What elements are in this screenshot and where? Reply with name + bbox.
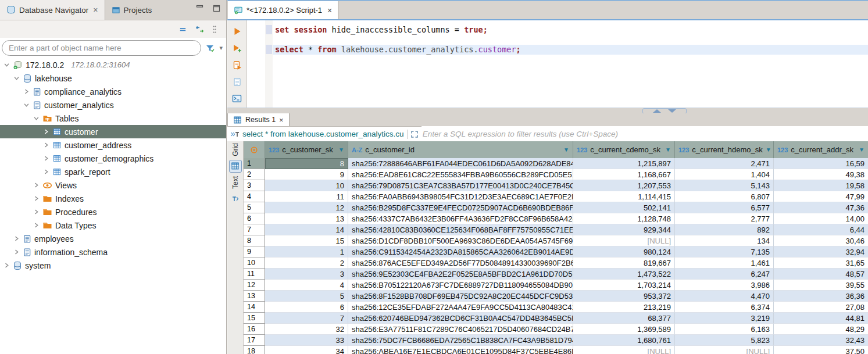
cell-c-current-addr-sk[interactable]: 32,43 [774, 335, 868, 346]
cell-c-current-addr-sk[interactable]: 47,36 [774, 202, 868, 213]
cell-c-current-addr-sk[interactable]: 44,81 [774, 313, 868, 324]
cell-c-current-hdemo-sk[interactable]: 7,135 [675, 246, 774, 258]
filter-expression-input[interactable] [422, 126, 868, 142]
cell-c-current-cdemo-sk[interactable]: 1,369,589 [573, 324, 675, 335]
cell-c-current-cdemo-sk[interactable]: 1,680,761 [573, 335, 675, 346]
tree-item-views[interactable]: Views [0, 178, 226, 192]
row-number[interactable]: 18 [244, 346, 265, 354]
cell-c-current-addr-sk[interactable]: 36,36 [774, 291, 868, 302]
execute-button[interactable] [233, 27, 242, 36]
cell-c-current-cdemo-sk[interactable]: 1,473,522 [573, 269, 675, 280]
chevron-right-icon[interactable] [33, 196, 40, 201]
row-number[interactable]: 1 [244, 158, 265, 169]
chevron-right-icon[interactable] [13, 249, 20, 255]
cell-c-customer-id[interactable]: sha256:42810C83B0360CE125634F068BAF8FF75… [348, 224, 573, 235]
column-header-c-customer-id[interactable]: A-Zc_customer_id▼ [348, 141, 573, 158]
explain-plan-button[interactable] [233, 77, 242, 87]
cell-c-current-cdemo-sk[interactable]: 68,377 [573, 313, 675, 324]
cell-c-customer-id[interactable]: sha256:620746BED947362BCD6CF31B0A4C547DD… [348, 313, 573, 324]
chevron-right-icon[interactable] [43, 142, 49, 148]
cell-c-customer-id[interactable]: sha256:72888646ABF61FA044EDEC061D6DA5A09… [348, 158, 573, 169]
cell-c-customer-id[interactable]: sha256:EAD8E61C8C22E555834FBBA9B60556CB2… [348, 169, 573, 180]
cell-c-current-hdemo-sk[interactable]: 4,470 [675, 291, 774, 302]
cell-c-current-addr-sk[interactable]: 32,94 [774, 246, 868, 258]
row-number[interactable]: 17 [244, 335, 265, 346]
row-number[interactable]: 6 [244, 213, 265, 224]
column-header-c-current-addr-sk[interactable]: 123c_current_addr_sk▼ [774, 141, 868, 158]
execute-new-tab-button[interactable] [232, 44, 242, 53]
cell-c-customer-sk[interactable]: 7 [265, 313, 348, 324]
filter-funnel-icon[interactable] [205, 44, 215, 53]
tree-item-tables[interactable]: Tables [0, 112, 226, 125]
cell-c-customer-sk[interactable]: 11 [265, 191, 348, 202]
row-number[interactable]: 12 [244, 280, 265, 291]
cell-c-customer-sk[interactable]: 13 [265, 213, 348, 224]
tree-item-lakehouse[interactable]: lakehouse [0, 71, 226, 85]
cell-c-current-hdemo-sk[interactable]: 1,404 [675, 169, 774, 180]
cell-c-current-addr-sk[interactable]: 14,00 [774, 213, 868, 224]
presentation-grid-label[interactable]: Grid [231, 143, 240, 156]
close-icon[interactable]: × [279, 116, 284, 124]
tab-results-1[interactable]: Results 1 × [227, 113, 290, 126]
cell-c-customer-id[interactable]: sha256:79D08751C3EA7C83BA57D177E00413D0C… [348, 180, 573, 191]
cell-c-current-addr-sk[interactable]: 31,65 [774, 258, 868, 269]
cell-c-customer-sk[interactable]: 8 [265, 158, 348, 169]
chevron-right-icon[interactable] [33, 183, 40, 188]
cell-c-current-cdemo-sk[interactable]: 1,703,214 [573, 280, 675, 291]
cell-c-customer-sk[interactable]: 4 [265, 280, 348, 291]
cell-c-customer-sk[interactable]: 15 [265, 235, 348, 246]
chevron-right-icon[interactable] [43, 129, 49, 134]
expand-filter-icon[interactable] [410, 130, 419, 138]
cell-c-current-hdemo-sk[interactable]: 5,823 [675, 335, 774, 346]
grid-corner-cell[interactable] [244, 141, 265, 158]
row-number[interactable]: 14 [244, 302, 265, 313]
cell-c-current-cdemo-sk[interactable]: 213,219 [573, 302, 675, 313]
cell-c-current-hdemo-sk[interactable]: 3,986 [675, 280, 774, 291]
cell-c-current-addr-sk[interactable]: 19,58 [774, 180, 868, 191]
minimize-icon[interactable] [196, 5, 203, 12]
execute-script-button[interactable] [233, 60, 242, 70]
cell-c-customer-sk[interactable]: 32 [265, 324, 348, 335]
cell-c-customer-id[interactable]: sha256:FA0ABB6943B98054FC31D12D3E3AEC689… [348, 191, 573, 202]
column-dropdown-icon[interactable]: ▼ [859, 146, 865, 153]
editor-results-sash[interactable] [227, 108, 868, 113]
cell-c-customer-id[interactable]: sha256:8F1528BB708DF69EB475DC92A8C20EC44… [348, 291, 573, 302]
column-dropdown-icon[interactable]: ▼ [665, 146, 671, 153]
cell-c-current-addr-sk[interactable]: 6,44 [774, 224, 868, 235]
tree-item-system[interactable]: system [0, 259, 226, 272]
row-number[interactable]: 4 [244, 191, 265, 202]
chevron-down-icon[interactable] [13, 76, 20, 81]
cell-c-current-cdemo-sk[interactable]: [NULL] [573, 235, 675, 246]
tab-projects[interactable]: Projects [105, 0, 159, 20]
column-dropdown-icon[interactable]: ▼ [766, 146, 771, 153]
chevron-right-icon[interactable] [33, 209, 40, 214]
cell-c-customer-sk[interactable]: 33 [265, 335, 348, 346]
cell-c-current-cdemo-sk[interactable]: 980,124 [573, 246, 675, 258]
cell-c-current-addr-sk[interactable]: 16,59 [774, 158, 868, 169]
cell-c-current-addr-sk[interactable]: 30,46 [774, 235, 868, 246]
column-dropdown-icon[interactable]: ▼ [563, 146, 569, 153]
cell-c-current-cdemo-sk[interactable]: 1,168,667 [573, 169, 675, 180]
cell-c-customer-id[interactable]: sha256:ABEA16E7E1ECBDCA6E01CE1095D84F37C… [348, 346, 573, 354]
cell-c-customer-sk[interactable]: 34 [265, 346, 348, 354]
tree-item-compliance-analytics[interactable]: compliance_analytics [0, 85, 226, 98]
cell-c-current-hdemo-sk[interactable]: 6,577 [675, 202, 774, 213]
cell-c-current-cdemo-sk[interactable]: 953,372 [573, 291, 675, 302]
cell-c-current-hdemo-sk[interactable]: 3,219 [675, 313, 774, 324]
cell-c-customer-id[interactable]: sha256:9E52303CE4FBA2E2F0525E8A5BFBD2C1A… [348, 269, 573, 280]
row-number[interactable]: 7 [244, 224, 265, 235]
cell-c-customer-id[interactable]: sha256:B295D8FC337E9E4FECD0725D907ACD6B6… [348, 202, 573, 213]
tree-item-172-18-0-2[interactable]: 172.18.0.2172.18.0.2:31604 [0, 58, 226, 71]
column-header-c-current-cdemo-sk[interactable]: 123c_current_cdemo_sk▼ [573, 141, 675, 158]
cell-c-current-addr-sk[interactable]: 27,08 [774, 302, 868, 313]
row-number[interactable]: 3 [244, 180, 265, 191]
cell-c-customer-id[interactable]: sha256:876ACE5EFED349A2D56F77D5084891433… [348, 258, 573, 269]
tree-item-procedures[interactable]: Procedures [0, 205, 226, 219]
row-number[interactable]: 13 [244, 291, 265, 302]
cell-c-current-addr-sk[interactable]: 48,57 [774, 269, 868, 280]
close-icon[interactable]: × [93, 5, 98, 15]
tab-script-1[interactable]: *<172.18.0.2> Script-1 × [227, 1, 338, 19]
cell-c-current-cdemo-sk[interactable]: 819,667 [573, 258, 675, 269]
close-icon[interactable]: × [327, 6, 332, 15]
cell-c-current-cdemo-sk[interactable]: [NULL] [573, 346, 675, 354]
